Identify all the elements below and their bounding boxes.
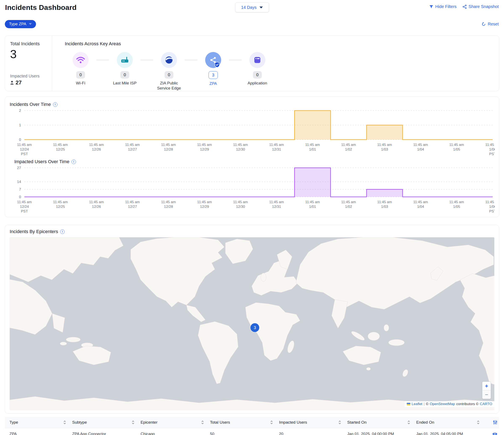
sort-icon[interactable]	[477, 420, 479, 425]
map-attribution: Leaflet | © OpenStreetMap contributors ©…	[405, 401, 494, 407]
svg-text:12/27: 12/27	[128, 147, 137, 151]
total-incidents-value: 3	[10, 48, 52, 60]
column-header-started-on[interactable]: Started On	[347, 420, 416, 425]
incidents-over-time-chart: 01211:45 am12/24PST11:45 am12/2511:45 am…	[5, 107, 499, 158]
cell-ended-on: Jan 01, 2025, 04:05:00 PM	[416, 432, 486, 435]
key-areas-panel: Incidents Across Key Areas 0 Wi-Fi	[52, 36, 499, 91]
svg-text:12/24: 12/24	[20, 205, 29, 209]
svg-text:2: 2	[19, 109, 21, 113]
svg-text:1/02: 1/02	[345, 205, 352, 209]
svg-text:1: 1	[19, 123, 21, 127]
svg-text:11:45 am: 11:45 am	[377, 200, 392, 204]
key-area-zpa[interactable]: 3 ZPA	[197, 52, 229, 86]
svg-text:12/24: 12/24	[20, 147, 29, 151]
svg-text:11:45 am: 11:45 am	[89, 200, 104, 204]
svg-text:0: 0	[19, 138, 21, 142]
application-icon	[253, 56, 261, 64]
charts-card: Incidents Over Time 01211:45 am12/24PST1…	[5, 96, 499, 217]
sort-icon[interactable]	[408, 420, 410, 425]
key-area-last-mile-isp[interactable]: 0 Last Mile ISP	[109, 52, 141, 86]
cell-started-on: Jan 01, 2025, 04:00:00 PM	[347, 432, 416, 435]
info-icon[interactable]	[72, 160, 76, 164]
svg-text:11:45 am: 11:45 am	[269, 143, 284, 147]
impacted-users-over-time-chart: 07142711:45 am12/24PST11:45 am12/2511:45…	[5, 165, 499, 215]
svg-text:27: 27	[17, 166, 21, 170]
shield-check-icon	[215, 62, 220, 68]
leaflet-link[interactable]: Leaflet	[412, 402, 422, 406]
summary-card: Total Incidents 3 Impacted Users 27 Inci…	[5, 35, 499, 91]
share-snapshot-button[interactable]: Share Snapshot	[463, 4, 499, 9]
svg-text:11:45 am: 11:45 am	[305, 143, 320, 147]
column-header-impacted-users[interactable]: Impacted Users	[279, 420, 347, 425]
epicenters-title: Incidents By Epicenters	[10, 229, 494, 234]
info-icon[interactable]	[53, 102, 57, 107]
key-area-label: ZIA Public Service Edge	[153, 81, 185, 91]
svg-text:11:45 am: 11:45 am	[89, 143, 104, 147]
key-area-zia-public-service-edge[interactable]: 0 ZIA Public Service Edge	[153, 52, 185, 91]
column-header-ended-on[interactable]: Ended On	[416, 420, 486, 425]
svg-text:1/06: 1/06	[489, 205, 495, 209]
sort-icon[interactable]	[270, 420, 273, 425]
column-header-type[interactable]: Type	[5, 420, 72, 425]
svg-text:12/28: 12/28	[164, 147, 173, 151]
incidents-dashboard-page: Incidents Dashboard 14 Days Hide Filters…	[0, 0, 504, 435]
sort-icon[interactable]	[63, 420, 66, 425]
key-area-wifi[interactable]: 0 Wi-Fi	[65, 52, 96, 86]
share-nodes-icon	[463, 5, 467, 9]
column-header-total-users[interactable]: Total Users	[210, 420, 279, 425]
sort-icon[interactable]	[201, 420, 204, 425]
chevron-down-icon	[260, 7, 263, 9]
map-cluster-marker[interactable]: 3	[251, 323, 259, 332]
key-area-label: ZPA	[197, 81, 229, 86]
key-area-application[interactable]: 0 Application	[242, 52, 273, 86]
zoom-out-button[interactable]: −	[482, 390, 491, 399]
svg-text:11:45 am: 11:45 am	[413, 200, 428, 204]
svg-text:11:45 am: 11:45 am	[161, 200, 176, 204]
node-connector	[96, 60, 109, 60]
svg-text:0: 0	[19, 195, 21, 199]
svg-text:11:45 am: 11:45 am	[233, 200, 248, 204]
date-range-dropdown[interactable]: 14 Days	[235, 2, 269, 12]
svg-text:11:45 am: 11:45 am	[449, 143, 464, 147]
svg-text:12/25: 12/25	[56, 205, 65, 209]
sort-icon[interactable]	[132, 420, 134, 425]
node-connector	[185, 60, 197, 60]
svg-text:11:45 am: 11:45 am	[413, 143, 428, 147]
sort-icon[interactable]	[339, 420, 341, 425]
hide-filters-button[interactable]: Hide Filters	[429, 4, 456, 9]
openstreetmap-link[interactable]: OpenStreetMap	[430, 402, 455, 406]
zoom-in-button[interactable]: +	[482, 382, 491, 390]
key-area-label: Wi-Fi	[65, 81, 96, 86]
svg-text:12/26: 12/26	[92, 205, 101, 209]
svg-text:12/26: 12/26	[92, 147, 101, 151]
svg-text:1/03: 1/03	[381, 147, 388, 151]
svg-text:12/29: 12/29	[200, 147, 209, 151]
cell-impacted-users: 20	[279, 432, 347, 435]
svg-text:11:45 am: 11:45 am	[125, 200, 140, 204]
svg-text:1/03: 1/03	[381, 205, 388, 209]
column-header-epicenter[interactable]: Epicenter	[141, 420, 210, 425]
svg-text:1/04: 1/04	[417, 205, 424, 209]
svg-text:1/01: 1/01	[309, 147, 316, 151]
column-filter-sliders-icon[interactable]	[493, 420, 497, 425]
view-incident-eye-icon[interactable]	[492, 432, 497, 435]
column-settings	[486, 420, 499, 425]
filter-chip-type-zpa[interactable]: Type ZPA	[5, 20, 36, 28]
key-area-count: 0	[253, 71, 262, 79]
svg-text:11:45 am: 11:45 am	[17, 143, 32, 147]
svg-text:11:45 am: 11:45 am	[53, 200, 68, 204]
column-header-subtype[interactable]: Subtype	[72, 420, 141, 425]
carto-link[interactable]: CARTO	[480, 402, 492, 406]
svg-text:12/27: 12/27	[128, 205, 137, 209]
info-icon[interactable]	[60, 230, 65, 234]
svg-text:12/30: 12/30	[236, 205, 245, 209]
svg-text:1/05: 1/05	[453, 147, 460, 151]
map-canvas[interactable]: 3 + − Leaflet | © OpenStreetMap contribu…	[10, 237, 494, 410]
svg-text:12/31: 12/31	[272, 147, 281, 151]
reset-filters-button[interactable]: Reset	[481, 22, 499, 27]
cell-actions	[486, 432, 499, 435]
wifi-icon	[76, 56, 85, 64]
svg-text:12/30: 12/30	[236, 147, 245, 151]
world-map	[10, 237, 494, 410]
key-area-count: 0	[120, 71, 129, 79]
